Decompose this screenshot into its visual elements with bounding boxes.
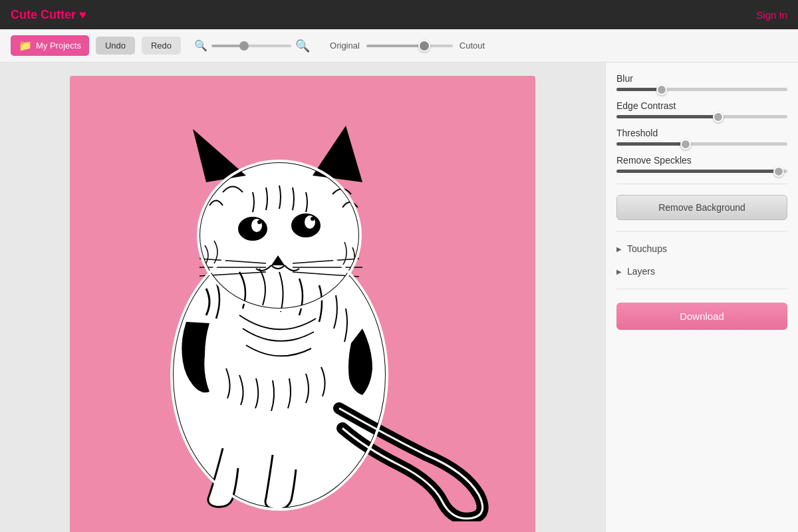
zoom-in-icon[interactable]: 🔍 [295, 39, 310, 53]
sign-in-link[interactable]: Sign In [756, 9, 787, 21]
svg-point-9 [311, 217, 315, 221]
touchups-section[interactable]: ▶ Touchups [616, 242, 787, 255]
layers-label: Layers [627, 266, 655, 277]
svg-marker-3 [313, 126, 362, 182]
separator-1 [616, 184, 787, 184]
touchups-triangle-icon: ▶ [616, 245, 622, 253]
topbar: Cute Cutter ♥ Sign In [0, 0, 798, 29]
separator-2 [616, 231, 787, 231]
edge-contrast-label: Edge Contrast [616, 100, 787, 111]
threshold-slider-group: Threshold [616, 128, 787, 146]
view-toggle: Original Cutout [330, 41, 485, 51]
remove-speckles-label: Remove Speckles [616, 155, 787, 166]
view-slider[interactable] [366, 45, 453, 47]
folder-icon: 📁 [19, 39, 32, 52]
edge-contrast-slider[interactable] [616, 115, 787, 118]
blur-label: Blur [616, 73, 787, 84]
my-projects-label: My Projects [36, 41, 81, 51]
app-title: Cute Cutter [11, 8, 76, 21]
touchups-label: Touchups [627, 243, 667, 254]
svg-point-1 [200, 162, 359, 309]
heart-icon: ♥ [79, 8, 86, 21]
cutout-label: Cutout [460, 41, 485, 51]
svg-marker-2 [193, 129, 246, 182]
blur-slider[interactable] [616, 88, 787, 91]
blur-slider-group: Blur [616, 73, 787, 91]
remove-speckles-slider-group: Remove Speckles [616, 155, 787, 173]
app-logo: Cute Cutter ♥ [11, 8, 86, 22]
original-label: Original [330, 41, 360, 51]
redo-button[interactable]: Redo [142, 37, 181, 55]
remove-background-button[interactable]: Remove Background [616, 195, 787, 220]
separator-3 [616, 289, 787, 289]
my-projects-button[interactable]: 📁 My Projects [11, 35, 89, 56]
toolbar: 📁 My Projects Undo Redo 🔍 🔍 Original Cut… [0, 29, 798, 63]
zoom-out-icon[interactable]: 🔍 [194, 39, 207, 52]
layers-section[interactable]: ▶ Layers [616, 265, 787, 278]
threshold-label: Threshold [616, 128, 787, 138]
threshold-slider[interactable] [616, 142, 787, 146]
svg-point-8 [257, 220, 261, 224]
main-layout: Blur Edge Contrast Threshold Remove Spec… [0, 63, 798, 532]
cat-illustration [90, 89, 522, 521]
zoom-slider[interactable] [211, 45, 291, 47]
remove-speckles-slider[interactable] [616, 170, 787, 173]
canvas-area [0, 63, 605, 532]
edge-contrast-slider-group: Edge Contrast [616, 100, 787, 118]
layers-triangle-icon: ▶ [616, 268, 622, 275]
canvas-container [70, 76, 535, 532]
zoom-controls: 🔍 🔍 [194, 39, 310, 53]
download-button[interactable]: Download [616, 303, 787, 330]
right-panel: Blur Edge Contrast Threshold Remove Spec… [605, 63, 798, 532]
undo-button[interactable]: Undo [96, 37, 135, 55]
